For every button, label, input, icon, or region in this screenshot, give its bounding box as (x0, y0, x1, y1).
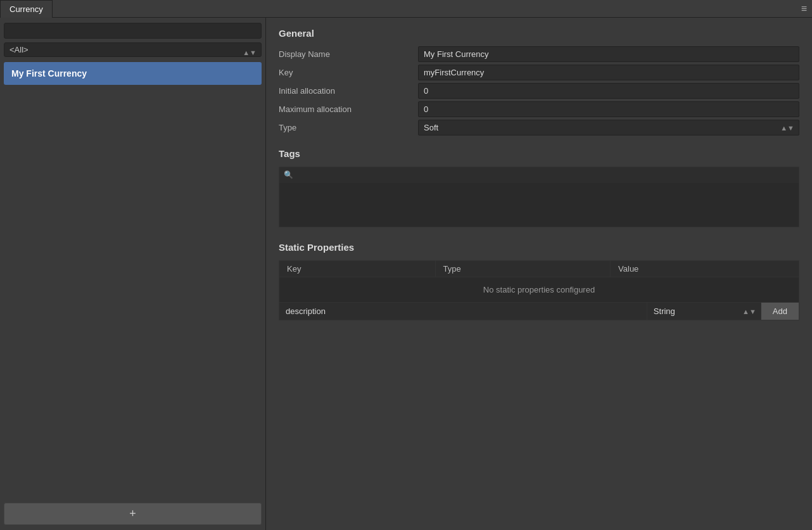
tags-search-icon: 🔍 (284, 170, 293, 179)
table-header-row: Key Type Value (279, 261, 799, 277)
new-property-type-select[interactable]: Integer number Real number Bool String R… (647, 303, 761, 320)
key-label: Key (279, 65, 418, 80)
currency-list: My First Currency (4, 62, 262, 498)
new-property-key-input[interactable] (279, 303, 647, 320)
key-row: Key (279, 65, 799, 80)
currency-item[interactable]: My First Currency (4, 62, 262, 85)
right-panel: General Display Name Key Initial allocat… (266, 18, 812, 530)
static-properties-table: Key Type Value (279, 260, 799, 277)
menu-icon[interactable]: ≡ (801, 3, 807, 15)
col-key: Key (279, 261, 436, 277)
maximum-allocation-row: Maximum allocation (279, 101, 799, 117)
no-props-message: No static properties configured (279, 277, 799, 303)
type-select[interactable]: Soft Hard (418, 120, 799, 136)
search-input[interactable] (4, 23, 262, 39)
table-header: Key Type Value (279, 261, 799, 277)
tags-search-input[interactable] (279, 167, 799, 183)
maximum-allocation-label: Maximum allocation (279, 101, 418, 117)
main-layout: 🔍 <All> ▲▼ My First Currency + General D… (0, 18, 812, 530)
add-button-bar: + (4, 498, 262, 525)
type-row: Type Soft Hard ▲▼ (279, 120, 799, 136)
static-properties-title: Static Properties (279, 242, 799, 253)
new-property-type-wrapper: Integer number Real number Bool String R… (647, 303, 761, 320)
key-input[interactable] (418, 65, 799, 80)
initial-allocation-row: Initial allocation (279, 83, 799, 99)
add-property-button[interactable]: Add (761, 303, 799, 320)
col-value: Value (611, 261, 799, 277)
general-section: General Display Name Key Initial allocat… (279, 28, 799, 136)
general-title: General (279, 28, 799, 39)
tab-currency[interactable]: Currency (0, 0, 53, 18)
add-property-row: Integer number Real number Bool String R… (279, 303, 799, 320)
filter-select-wrapper: <All> ▲▼ (4, 42, 262, 62)
type-label: Type (279, 120, 418, 136)
filter-select[interactable]: <All> (4, 42, 262, 57)
maximum-allocation-input[interactable] (418, 101, 799, 117)
display-name-row: Display Name (279, 46, 799, 62)
type-select-wrapper: Soft Hard ▲▼ (418, 120, 799, 136)
tags-section: Tags 🔍 (279, 148, 799, 229)
tags-textarea[interactable] (279, 183, 799, 227)
currency-item-label: My First Currency (11, 68, 87, 79)
tags-title: Tags (279, 148, 799, 159)
tags-search-wrapper: 🔍 (279, 167, 799, 183)
tab-currency-label: Currency (10, 4, 43, 14)
col-type: Type (435, 261, 611, 277)
initial-allocation-input[interactable] (418, 83, 799, 99)
display-name-input[interactable] (418, 46, 799, 62)
left-panel: 🔍 <All> ▲▼ My First Currency + (0, 18, 266, 530)
tab-bar: Currency ≡ (0, 0, 812, 18)
initial-allocation-label: Initial allocation (279, 83, 418, 99)
static-properties-section: Static Properties Key Type Value No stat… (279, 242, 799, 320)
display-name-label: Display Name (279, 46, 418, 62)
search-wrapper: 🔍 (4, 23, 262, 39)
add-currency-button[interactable]: + (4, 503, 262, 525)
